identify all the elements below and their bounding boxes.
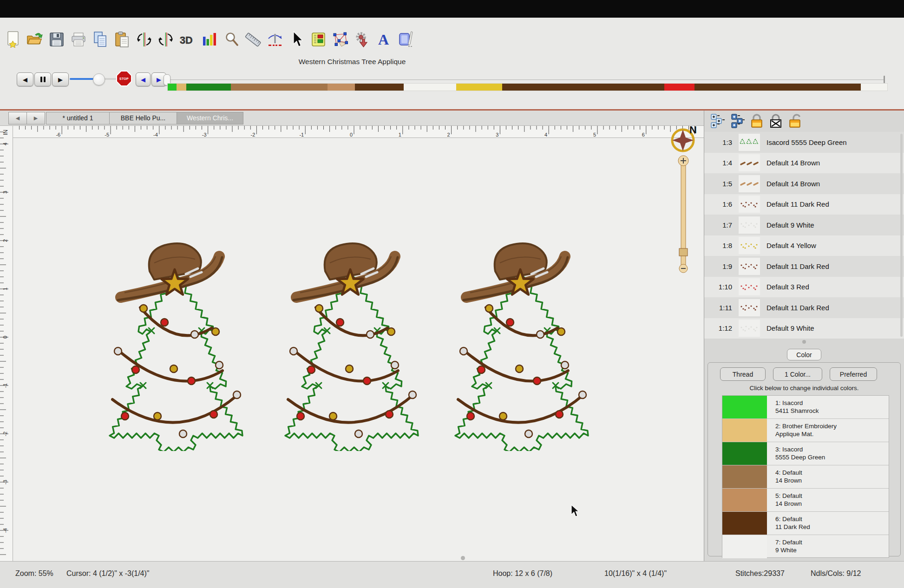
color-row[interactable]: 5: Default14 Brown	[722, 489, 889, 512]
new-document-button[interactable]	[5, 29, 21, 50]
compass-orientation[interactable]: N	[669, 126, 699, 155]
hscroll-dot-icon	[802, 340, 806, 344]
thread-list-row[interactable]: 1:12Default 9 White	[704, 318, 904, 339]
color-swatch[interactable]	[722, 465, 767, 488]
thread-position: 1:5	[704, 180, 732, 188]
thread-list-row[interactable]: 1:5Default 14 Brown	[704, 173, 904, 194]
color-label: 1: Isacord5411 Shamrock	[767, 396, 819, 418]
embroidery-app-window: 3DA Western Christmas Tree Applique ◀ ▶ …	[0, 0, 904, 588]
colorbar-segment	[861, 84, 887, 91]
slider-thumb[interactable]	[93, 73, 105, 85]
color-row[interactable]: 7: Default9 White	[722, 535, 889, 558]
lock-open-icon	[787, 113, 803, 129]
tab-bbe-hello[interactable]: BBE Hello Pu...	[109, 112, 177, 124]
thread-list-row[interactable]: 1:3Isacord 5555 Deep Green	[704, 132, 904, 153]
design-utility-button[interactable]	[354, 29, 371, 50]
color-swatch[interactable]	[722, 419, 767, 442]
lock-x-button[interactable]	[768, 113, 784, 129]
status-bar: Zoom: 55% Cursor: 4 (1/2)" x -3(1/4)" Ho…	[0, 561, 904, 588]
color-swatch[interactable]	[722, 442, 767, 465]
thread-list-row[interactable]: 1:9Default 11 Dark Red	[704, 256, 904, 277]
stop-button[interactable]: STOP	[116, 71, 132, 86]
lock-open-button[interactable]	[787, 113, 803, 129]
save-button[interactable]	[48, 29, 65, 50]
colorbar-segment	[456, 84, 502, 91]
thread-list-scrollbar[interactable]	[900, 134, 903, 337]
zoom-tool-button[interactable]	[223, 29, 240, 50]
thread-button[interactable]: Thread	[720, 367, 766, 381]
thread-thumbnail-cell	[739, 196, 760, 213]
pause-button[interactable]	[34, 72, 51, 86]
stitch-color-chart-button[interactable]	[201, 29, 218, 50]
flip-horizontal-button[interactable]	[136, 29, 152, 50]
step-forward-button[interactable]: ▶	[52, 72, 69, 86]
one-color-button[interactable]: 1 Color...	[773, 367, 822, 381]
tab-western-christmas[interactable]: Western Chris...	[177, 112, 243, 124]
color-swatch[interactable]	[722, 535, 767, 558]
design-canvas[interactable]: IN -6-5-4-3-2-10123456 43210-1-2-3-4IN	[0, 126, 704, 561]
paste-button[interactable]	[114, 29, 131, 50]
color-swatch[interactable]	[722, 512, 767, 535]
thread-list-hscroll[interactable]	[704, 339, 904, 345]
tab-untitled-1[interactable]: * untitled 1	[46, 112, 110, 124]
canvas-zoom-slider[interactable]	[672, 152, 694, 277]
step-forward-icon: ▶	[58, 76, 63, 83]
svg-text:3D: 3D	[180, 34, 193, 46]
open-design-button[interactable]	[26, 29, 43, 50]
main-area: ◀ ▶ * untitled 1 BBE Hello Pu... Western…	[0, 111, 904, 561]
print-button[interactable]	[70, 29, 87, 50]
svg-text:-3: -3	[2, 480, 8, 484]
measure-tool-icon	[245, 32, 262, 47]
color-row[interactable]: 2: Brother EmbroideryApplique Mat.	[722, 419, 889, 442]
thread-list-row[interactable]: 1:7Default 9 White	[704, 215, 904, 235]
color-tab-button[interactable]: Color	[787, 349, 821, 360]
tab-scroll-left-button[interactable]: ◀	[8, 112, 27, 124]
tab-scroll-right-button[interactable]: ▶	[26, 112, 45, 124]
lock-closed-button[interactable]	[749, 113, 764, 129]
preferred-button[interactable]: Preferred	[830, 367, 877, 381]
color-swatch[interactable]	[722, 489, 767, 511]
density-tool-button[interactable]	[267, 29, 283, 50]
thread-list-row[interactable]: 1:8Default 4 Yellow	[704, 235, 904, 256]
color-label: 6: Default11 Dark Red	[767, 512, 810, 535]
svg-text:3: 3	[496, 132, 498, 137]
stitch-scrubber-track[interactable]	[167, 79, 885, 81]
color-sequence-bar[interactable]	[167, 83, 888, 91]
sequence-collapse-button[interactable]	[730, 113, 746, 129]
thread-list-row[interactable]: 1:11Default 11 Dark Red	[704, 297, 904, 318]
christmas-tree-design[interactable]	[275, 235, 428, 451]
color-row[interactable]: 3: Isacord5555 Deep Green	[722, 442, 889, 465]
color-label: 7: Default9 White	[767, 535, 802, 558]
select-tool-button[interactable]	[288, 29, 305, 50]
canvas-hscroll-thumb[interactable]	[461, 556, 465, 560]
thread-chart-button[interactable]	[310, 29, 327, 50]
thread-label: Default 14 Brown	[766, 180, 820, 188]
lettering-button[interactable]: A	[376, 29, 393, 50]
stitch-editor-button[interactable]	[332, 29, 349, 50]
svg-text:6: 6	[642, 132, 645, 137]
monogram-button[interactable]	[398, 29, 414, 50]
svg-text:A: A	[378, 32, 389, 47]
colorbar-segment	[168, 84, 177, 91]
color-swatch[interactable]	[722, 396, 767, 418]
thread-list-row[interactable]: 1:4Default 14 Brown	[704, 153, 904, 174]
simulation-speed-slider[interactable]	[70, 72, 118, 85]
color-row[interactable]: 4: Default14 Brown	[722, 465, 889, 489]
stitch-preview-thumbnail	[739, 179, 760, 188]
color-row[interactable]: 6: Default11 Dark Red	[722, 512, 889, 535]
measure-tool-button[interactable]	[245, 29, 262, 50]
step-back-button[interactable]: ◀	[17, 72, 33, 86]
previous-color-button[interactable]: ◀	[136, 72, 151, 86]
christmas-tree-design[interactable]	[99, 235, 253, 451]
christmas-tree-design[interactable]	[445, 235, 598, 451]
zoom-slider-handle[interactable]	[679, 248, 688, 256]
status-stitches: Stitches:29337	[735, 569, 785, 578]
sequence-expand-button[interactable]	[710, 113, 726, 129]
copy-button[interactable]	[92, 29, 109, 50]
color-row[interactable]: 1: Isacord5411 Shamrock	[722, 396, 889, 419]
thread-list-row[interactable]: 1:10Default 3 Red	[704, 277, 904, 298]
thread-list-row[interactable]: 1:6Default 11 Dark Red	[704, 194, 904, 215]
flip-vertical-button[interactable]	[157, 29, 174, 50]
view-3d-button[interactable]: 3D	[179, 29, 196, 50]
open-design-icon	[26, 31, 43, 48]
